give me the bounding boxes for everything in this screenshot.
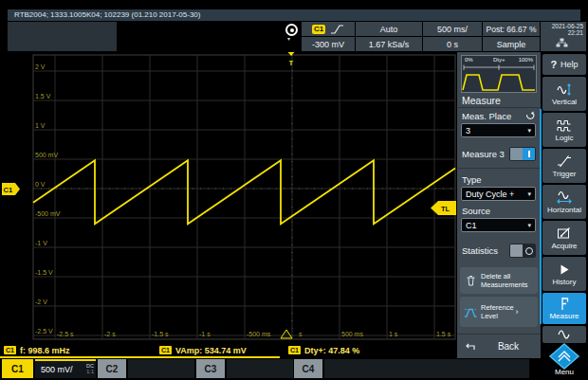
trigger-source-cell[interactable]: C1 (302, 22, 355, 36)
trigger-position-label: T (289, 60, 294, 66)
reference-level-button[interactable]: Reference Level › (460, 297, 538, 327)
measurement-value: Dty+: 47.84 % (304, 346, 359, 355)
type-dropdown[interactable]: Duty Cycle + ▾ (461, 187, 536, 201)
channel4-settings-cell[interactable] (324, 359, 529, 378)
source-value: C1 (466, 221, 477, 230)
source-dropdown[interactable]: C1 ▾ (461, 218, 536, 232)
measurement-vamp: C1 VAmp: 534.74 mV (159, 344, 247, 356)
voltage-axis-label: 1.5 V (35, 93, 51, 100)
cycle-refresh-icon (524, 111, 536, 121)
horizontal-position-cell[interactable]: 0 s (423, 37, 482, 51)
logic-pulses-icon (557, 118, 572, 133)
lan-network-icon (556, 38, 568, 47)
sidebar-item-horizontal[interactable]: Horizontal (542, 185, 586, 219)
sidebar-item-logic[interactable]: Logic (542, 113, 586, 147)
thumbnail-dty-label: Dty+ (493, 57, 505, 63)
timebase-cell[interactable]: 500 ms/ (423, 22, 482, 36)
chevron-down-icon: ▾ (527, 222, 531, 229)
toolbar-empty-area (8, 22, 117, 51)
trigger-toolbar: C1 Auto 500 ms/ Post: 66.67 % -300 mV 1.… (302, 22, 539, 51)
sidebar-item-trigger[interactable]: Trigger (542, 149, 586, 183)
time-axis-label: 1.5 s (436, 331, 451, 337)
meas-place-dropdown[interactable]: 3 ▾ (461, 123, 536, 137)
menu-divider (458, 107, 540, 108)
trigger-post-cell[interactable]: Post: 66.67 % (483, 22, 540, 36)
voltage-axis-label: 0 V (35, 181, 46, 188)
voltage-axis-label: -1 V (35, 240, 47, 246)
time-axis-label: 500 ms (341, 331, 363, 337)
delete-all-measurements-button[interactable]: Delete all Measurements (460, 267, 538, 294)
sample-rate-cell: 1.67 kSa/s (356, 37, 422, 51)
sidebar-item-measure[interactable]: Measure (542, 293, 586, 324)
measure-enable-row: Measure 3 (462, 147, 536, 161)
menu-logo-button[interactable]: Menu (542, 343, 586, 379)
trigger-level-label: TL (441, 205, 450, 213)
sidebar-item-acquire[interactable]: Acquire (542, 221, 586, 255)
sidebar-item-vertical[interactable]: Vertical (542, 77, 586, 111)
channel4-badge[interactable]: C4 (294, 359, 322, 378)
menu-label: Menu (555, 368, 574, 376)
measure-toggle-on[interactable] (509, 147, 536, 161)
waveform-display[interactable]: 2 V1.5 V1 V500 mV0 V-500 mV-1 V-1.5 V-2 … (0, 52, 457, 343)
channel1-scale: 500 mV/ (41, 365, 73, 374)
channel1-badge[interactable]: C1 (2, 359, 33, 378)
measurement-channel-badge: C1 (288, 346, 301, 354)
chevron-down-icon: ▾ (527, 190, 531, 198)
channel2-badge[interactable]: C2 (98, 359, 126, 378)
statistics-label: Statistics (462, 245, 498, 256)
menu-title: Measure (462, 95, 501, 106)
back-button[interactable]: Back (457, 334, 541, 358)
sidebar-item-generator[interactable] (542, 326, 586, 343)
acquisition-state-cell[interactable]: Sample (483, 37, 540, 51)
chevron-down-icon: ▾ (287, 36, 290, 42)
back-arrow-icon (463, 341, 476, 353)
statistics-row: Statistics (462, 244, 536, 258)
sidebar-item-label: Logic (555, 134, 573, 142)
sidebar-item-help[interactable]: ? Help (542, 54, 586, 75)
thumbnail-0pct-label: 0% (465, 57, 473, 63)
trigger-mode-cell[interactable]: Auto (356, 22, 422, 36)
voltage-axis-label: -2.5 V (35, 328, 53, 335)
voltage-axis-label: -500 mV (35, 210, 61, 217)
back-label: Back (476, 341, 541, 352)
statistics-toggle-off[interactable] (509, 244, 536, 258)
measurement-channel-badge: C1 (159, 346, 172, 354)
acquire-icon (557, 226, 572, 241)
voltage-axis-label: -2 V (35, 299, 47, 305)
reference-line1: Reference (481, 303, 514, 312)
zero-time-marker-icon[interactable] (281, 330, 292, 338)
channel3-settings-cell[interactable] (227, 359, 293, 378)
measurement-value: f: 998.6 mHz (20, 346, 70, 355)
datetime-cell[interactable]: 2021-06-25 22:21 (541, 22, 586, 51)
channel1-settings-cell[interactable]: 500 mV/ DC 1:1 (35, 359, 96, 378)
sidebar-item-history[interactable]: History (542, 257, 586, 291)
sidebar-item-label: Help (560, 60, 579, 69)
time-text: 22:21 (568, 29, 583, 36)
channel2-settings-cell[interactable] (128, 359, 194, 378)
channel3-badge[interactable]: C3 (196, 359, 225, 378)
channel1-probe: 1:1 (86, 369, 94, 374)
sidebar-item-label: Measure (549, 312, 579, 320)
record-indicator-icon (285, 24, 298, 36)
trigger-level-cell[interactable]: -300 mV (302, 37, 355, 51)
time-axis-label: -2.5 s (57, 331, 74, 337)
oscilloscope-screen: RTB2004; 1333.1005K04; 102239 (01.210 20… (0, 0, 588, 380)
measurement-channel-badge: C1 (4, 346, 16, 354)
chevron-down-icon: ▾ (527, 127, 531, 135)
duty-cycle-waveform-icon (462, 64, 536, 93)
meas-place-row[interactable]: Meas. Place (462, 111, 536, 121)
reference-line2: Level (481, 312, 498, 320)
measurement-value: VAmp: 534.74 mV (175, 346, 247, 355)
delete-line2: Measurements (481, 280, 528, 289)
graticule-layer: 2 V1.5 V1 V500 mV0 V-500 mV-1 V-1.5 V-2 … (33, 55, 455, 339)
menu-divider (458, 168, 540, 169)
voltage-axis-label: -1.5 V (35, 269, 53, 276)
duty-cycle-thumbnail: 0% Dty+ 100% (461, 55, 537, 93)
voltage-axis-label: 2 V (35, 63, 46, 70)
delete-line1: Delete all (481, 272, 510, 280)
title-bar: RTB2004; 1333.1005K04; 102239 (01.210 20… (8, 9, 580, 21)
time-axis-label: -500 ms (247, 331, 271, 337)
trash-icon (465, 274, 477, 287)
trigger-source-badge: C1 (312, 25, 325, 34)
channel1-ground-label: C1 (4, 186, 13, 194)
